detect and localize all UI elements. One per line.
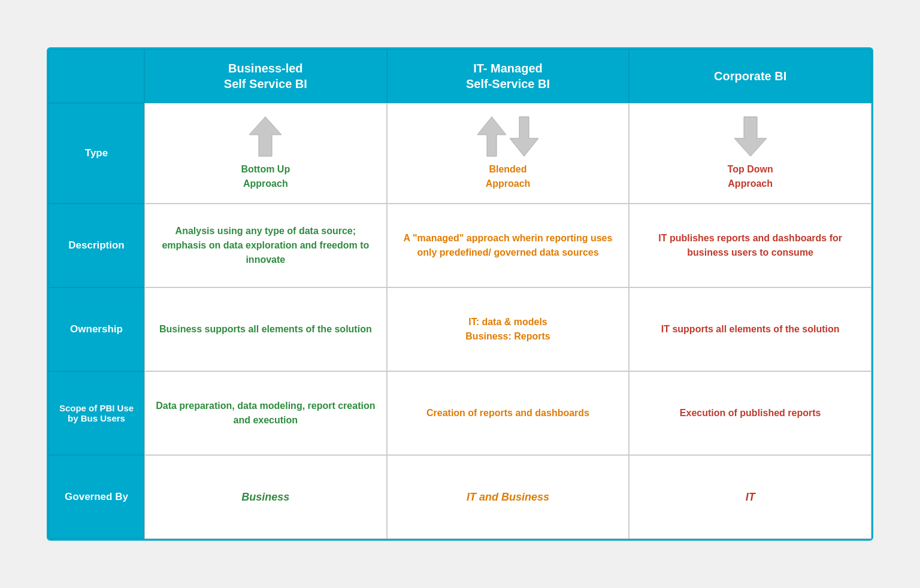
type-col2-text: Blended Approach bbox=[486, 162, 531, 191]
governed-col1: Business bbox=[144, 455, 387, 539]
scope-col3-text: Execution of published reports bbox=[680, 406, 821, 420]
arrow-up-icon bbox=[249, 116, 282, 157]
svg-marker-0 bbox=[249, 117, 282, 156]
governed-col3: IT bbox=[629, 455, 871, 539]
type-col1-text: Bottom Up Approach bbox=[241, 162, 290, 191]
scope-col2-text: Creation of reports and dashboards bbox=[426, 406, 589, 420]
arrow-up-blended-icon bbox=[477, 116, 506, 157]
description-col1-text: Analysis using any type of data source; … bbox=[155, 224, 377, 267]
row-label-type: Type bbox=[49, 103, 144, 204]
ownership-col3: IT supports all elements of the solution bbox=[629, 287, 871, 371]
row-label-ownership: Ownership bbox=[49, 287, 144, 371]
comparison-table: Business-ledSelf Service BI IT- ManagedS… bbox=[47, 47, 873, 541]
scope-col1-text: Data preparation, data modeling, report … bbox=[155, 399, 377, 428]
governed-label: Governed By bbox=[65, 491, 128, 503]
governed-col2: IT and Business bbox=[387, 455, 630, 539]
type-col3: Top Down Approach bbox=[629, 103, 871, 204]
arrow-down-blended-icon bbox=[510, 116, 538, 157]
scope-label: Scope of PBI Use by Bus Users bbox=[55, 403, 138, 423]
scope-col3: Execution of published reports bbox=[629, 371, 871, 455]
description-col3-text: IT publishes reports and dashboards for … bbox=[639, 231, 861, 260]
description-col2: A "managed" approach wherin reporting us… bbox=[387, 204, 630, 287]
ownership-col2-text: IT: data & models Business: Reports bbox=[465, 315, 550, 344]
scope-col1: Data preparation, data modeling, report … bbox=[144, 371, 387, 455]
type-col1: Bottom Up Approach bbox=[144, 103, 387, 204]
header-spacer bbox=[49, 49, 144, 103]
type-label: Type bbox=[85, 147, 108, 159]
ownership-col1: Business supports all elements of the so… bbox=[144, 287, 387, 371]
row-label-governed: Governed By bbox=[49, 455, 144, 539]
type-col2: Blended Approach bbox=[387, 103, 630, 204]
governed-col1-text: Business bbox=[241, 489, 289, 505]
type-col3-text: Top Down Approach bbox=[728, 162, 773, 191]
arrow-down-container bbox=[734, 116, 767, 157]
description-col2-text: A "managed" approach wherin reporting us… bbox=[397, 231, 619, 260]
ownership-col2: IT: data & models Business: Reports bbox=[387, 287, 630, 371]
description-label: Description bbox=[68, 240, 125, 251]
header-col3: Corporate BI bbox=[629, 49, 871, 103]
svg-marker-3 bbox=[734, 117, 767, 156]
header-col2-text: IT- ManagedSelf-Service BI bbox=[466, 60, 550, 92]
description-col3: IT publishes reports and dashboards for … bbox=[629, 204, 871, 287]
ownership-col3-text: IT supports all elements of the solution bbox=[661, 322, 840, 337]
header-col3-text: Corporate BI bbox=[714, 68, 786, 84]
header-col1-text: Business-ledSelf Service BI bbox=[224, 60, 307, 92]
svg-marker-2 bbox=[510, 117, 538, 156]
arrow-up-container bbox=[249, 116, 282, 157]
header-col2: IT- ManagedSelf-Service BI bbox=[387, 49, 630, 103]
governed-col3-text: IT bbox=[746, 489, 755, 505]
arrow-down-icon bbox=[734, 116, 767, 157]
ownership-label: Ownership bbox=[70, 323, 123, 335]
governed-col2-text: IT and Business bbox=[467, 489, 549, 505]
row-label-description: Description bbox=[49, 204, 144, 287]
row-label-scope: Scope of PBI Use by Bus Users bbox=[49, 371, 144, 455]
description-col1: Analysis using any type of data source; … bbox=[144, 204, 387, 287]
blended-arrows-container bbox=[477, 116, 538, 157]
scope-col2: Creation of reports and dashboards bbox=[387, 371, 630, 455]
ownership-col1-text: Business supports all elements of the so… bbox=[159, 322, 372, 337]
svg-marker-1 bbox=[477, 117, 506, 156]
header-col1: Business-ledSelf Service BI bbox=[144, 49, 387, 103]
